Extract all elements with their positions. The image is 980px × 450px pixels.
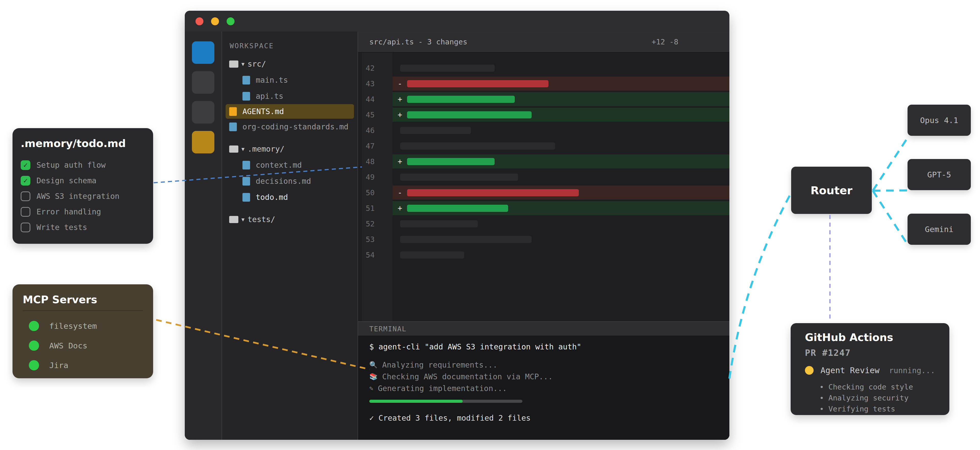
- line-number: 45: [358, 107, 393, 122]
- diff-row-removed: 50 -: [358, 185, 729, 200]
- code-bar: [407, 80, 549, 87]
- todo-item-error-handling: ✓ Error handling: [21, 204, 145, 219]
- minus-sign: -: [396, 79, 404, 88]
- tree-item-src[interactable]: ▼ src/: [222, 56, 358, 72]
- status-dot-online: [29, 360, 39, 370]
- check-item-tests: • Verifying tests: [819, 403, 935, 414]
- tree-item-memory[interactable]: ▼ .memory/: [222, 141, 358, 157]
- line-number: 54: [358, 247, 393, 262]
- line-number: 42: [358, 60, 393, 76]
- diff-row: 49: [358, 169, 729, 185]
- tree-item-agents-md[interactable]: AGENTS.md: [226, 104, 354, 119]
- fullscreen-button[interactable]: [227, 17, 234, 25]
- check-icon: ✓: [24, 177, 28, 185]
- activity-bar: [185, 32, 222, 440]
- line-number: 50: [358, 185, 393, 200]
- line-number: 43: [358, 76, 393, 91]
- checkbox-unchecked[interactable]: ✓: [21, 223, 30, 232]
- line-number: 47: [358, 138, 393, 154]
- diff-row-removed: 43 -: [358, 76, 729, 91]
- code-bar: [400, 220, 478, 227]
- activity-button-explorer[interactable]: [192, 41, 215, 64]
- file-icon: [242, 161, 250, 170]
- checkbox-unchecked[interactable]: ✓: [21, 207, 30, 217]
- step-text: Checking AWS documentation via MCP...: [382, 372, 552, 381]
- workspace-header: WORKSPACE: [230, 42, 358, 50]
- check-icon: ✓: [24, 161, 28, 169]
- minus-sign: -: [396, 188, 404, 197]
- model-node-opus: Opus 4.1: [907, 105, 971, 136]
- diff-row: 46: [358, 122, 729, 138]
- file-label: todo.md: [256, 193, 288, 202]
- terminal-step: 📚 Checking AWS documentation via MCP...: [369, 370, 718, 382]
- diff-row: 47: [358, 138, 729, 154]
- checkbox-checked[interactable]: ✓: [21, 176, 30, 186]
- file-icon: [242, 76, 250, 84]
- status-dot-online: [29, 321, 39, 331]
- connector-router-to-terminal: [729, 192, 792, 378]
- line-number: 53: [358, 232, 393, 247]
- code-bar: [400, 65, 495, 72]
- file-icon: [229, 107, 237, 116]
- terminal-step: ✎ Generating implementation...: [369, 382, 718, 394]
- terminal-output[interactable]: $ agent-cli "add AWS S3 integration with…: [358, 336, 729, 440]
- tree-gap: [222, 135, 358, 141]
- diff-view: 42 43 - 44 + 45 + 46: [358, 52, 729, 321]
- code-bar: [400, 142, 555, 149]
- step-text: Analyzing requirements...: [382, 360, 497, 369]
- window-titlebar: [185, 11, 729, 32]
- sidebar-file-explorer: WORKSPACE ▼ src/ main.ts api.ts AGEN: [222, 32, 358, 440]
- file-icon: [229, 122, 237, 131]
- magnifier-icon: 🔍: [369, 361, 377, 369]
- open-file-title[interactable]: src/api.ts - 3 changes: [369, 38, 467, 46]
- tree-gap: [222, 205, 358, 211]
- pr-number: PR #1247: [805, 348, 935, 358]
- file-label: decisions.md: [256, 177, 311, 186]
- checkbox-checked[interactable]: ✓: [21, 160, 30, 170]
- tree-item-tests[interactable]: ▼ tests/: [222, 211, 358, 227]
- diff-row: 52: [358, 216, 729, 232]
- tree-item-decisions-md[interactable]: decisions.md: [222, 173, 358, 189]
- mcp-server-aws-docs: AWS Docs: [29, 336, 143, 355]
- folder-icon: [229, 60, 239, 68]
- todo-label: Write tests: [37, 223, 87, 232]
- file-icon: [242, 92, 250, 100]
- activity-button-3[interactable]: [192, 101, 215, 124]
- github-actions-card: GitHub Actions PR #1247 Agent Review run…: [791, 323, 950, 415]
- terminal-panel: TERMINAL $ agent-cli "add AWS S3 integra…: [358, 321, 729, 440]
- activity-button-2[interactable]: [192, 71, 215, 94]
- step-text: Generating implementation...: [378, 384, 507, 393]
- router-label: Router: [811, 184, 853, 197]
- plus-sign: +: [396, 110, 404, 119]
- check-item-security: • Analyzing security: [819, 392, 935, 403]
- tree-item-org-coding-standards-md[interactable]: org-coding-standards.md: [222, 119, 358, 135]
- server-name: filesystem: [49, 321, 97, 331]
- model-node-gpt5: GPT-5: [907, 159, 971, 190]
- tree-item-api-ts[interactable]: api.ts: [222, 88, 358, 104]
- tree-item-main-ts[interactable]: main.ts: [222, 72, 358, 88]
- activity-button-agents[interactable]: [192, 131, 215, 153]
- folder-icon: [229, 216, 239, 223]
- diff-row: 53: [358, 232, 729, 247]
- mcp-server-jira: Jira: [29, 355, 143, 375]
- tree-item-todo-md[interactable]: todo.md: [222, 189, 358, 205]
- tree-item-context-md[interactable]: context.md: [222, 157, 358, 173]
- connector-router-to-opus: [873, 136, 908, 191]
- code-bar: [400, 236, 531, 243]
- check-item-code-style: • Checking code style: [819, 381, 935, 392]
- line-number: 51: [358, 200, 393, 216]
- model-node-gemini: Gemini: [907, 214, 971, 245]
- todo-callout-title: .memory/todo.md: [21, 137, 145, 149]
- minimize-button[interactable]: [211, 17, 219, 25]
- close-button[interactable]: [196, 17, 204, 25]
- diff-row: 42: [358, 60, 729, 76]
- code-bar: [400, 251, 464, 259]
- code-bar: [407, 96, 515, 103]
- folder-label: src/: [248, 59, 266, 68]
- line-number: 52: [358, 216, 393, 232]
- model-label: Gemini: [925, 224, 953, 234]
- line-number: 46: [358, 122, 393, 138]
- checkbox-unchecked[interactable]: ✓: [21, 191, 30, 201]
- folder-label: tests/: [248, 215, 275, 224]
- code-bar: [400, 173, 518, 181]
